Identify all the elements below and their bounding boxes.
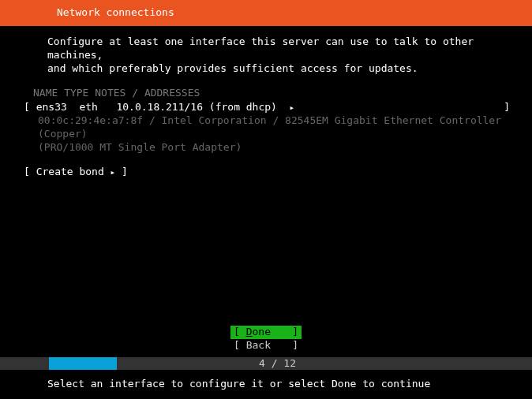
interface-left: [ ens33 eth 10.0.18.211/16 (from dhcp) ▸: [24, 101, 294, 114]
interface-mac: 00:0c:29:4e:a7:8f: [38, 114, 143, 126]
back-label: Back: [246, 339, 271, 351]
chevron-right-icon: ▸: [111, 167, 116, 177]
progress-text: 4 / 12: [254, 357, 296, 371]
window-title: Network connections: [57, 6, 174, 18]
done-rest: one: [252, 326, 270, 337]
help-text: Select an interface to configure it or s…: [0, 370, 532, 399]
columns-label: NAME TYPE NOTES / ADDRESSES: [33, 87, 200, 99]
progress-bar: [49, 357, 254, 370]
interface-type: eth: [79, 101, 97, 113]
column-headers: NAME TYPE NOTES / ADDRESSES: [0, 87, 532, 100]
window-title-bar: Network connections: [0, 0, 532, 26]
interface-detail: 00:0c:29:4e:a7:8f / Intel Corporation / …: [0, 114, 532, 141]
intro-line-1: Configure at least one interface this se…: [47, 35, 510, 62]
interface-detail-2: (PRO/1000 MT Single Port Adapter): [0, 141, 532, 155]
intro-line-2: and which preferably provides sufficient…: [47, 62, 510, 76]
interface-hw2: (PRO/1000 MT Single Port Adapter): [38, 141, 242, 153]
button-row: [ Done] [ Back]: [0, 326, 532, 352]
back-button[interactable]: [ Back]: [230, 339, 302, 352]
help-label: Select an interface to configure it or s…: [47, 378, 430, 390]
interface-right-bracket: ]: [504, 101, 510, 114]
create-bond-label: Create bond: [36, 166, 104, 177]
progress-bar-row: 4 / 12: [0, 357, 532, 370]
intro-text: Configure at least one interface this se…: [0, 35, 532, 76]
interface-name: ens33: [36, 101, 67, 113]
main-content: Configure at least one interface this se…: [0, 26, 532, 179]
interface-row[interactable]: [ ens33 eth 10.0.18.211/16 (from dhcp) ▸…: [0, 101, 532, 114]
interface-notes: 10.0.18.211/16 (from dhcp): [116, 101, 277, 113]
progress-total: 12: [283, 357, 296, 369]
progress-fill: [49, 357, 117, 370]
chevron-right-icon: ▸: [290, 103, 295, 113]
progress-current: 4: [259, 357, 265, 369]
done-button[interactable]: [ Done]: [230, 326, 302, 339]
create-bond-row[interactable]: [ Create bond ▸ ]: [0, 166, 532, 179]
footer: [ Done] [ Back] 4 / 12 Select an interfa…: [0, 326, 532, 399]
